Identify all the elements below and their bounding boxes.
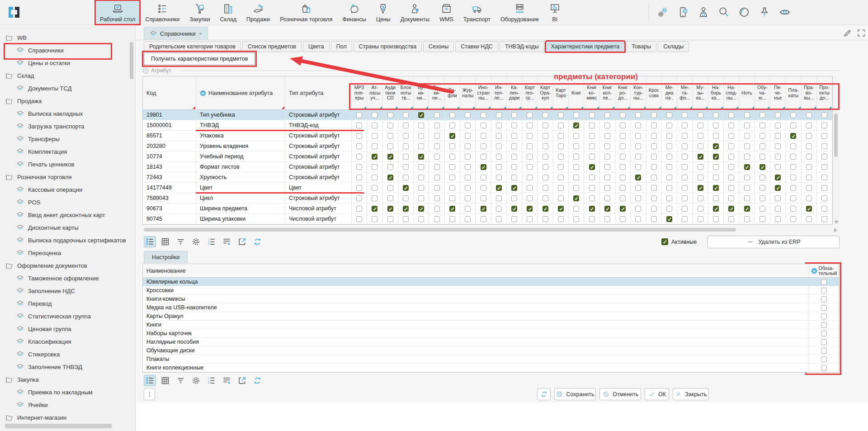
category-column-header[interactable]: Ино- стран ны... — [476, 76, 491, 110]
category-checkbox[interactable] — [387, 175, 393, 180]
category-column-header[interactable]: MP3 пле- еры — [352, 76, 367, 110]
category-checkbox[interactable] — [558, 143, 564, 149]
category-checkbox[interactable] — [558, 206, 564, 212]
category-checkbox[interactable] — [418, 112, 424, 118]
category-checkbox[interactable] — [790, 185, 796, 191]
category-checkbox[interactable] — [527, 216, 533, 222]
category-checkbox[interactable] — [496, 206, 502, 212]
subtab[interactable]: Ставки НДС — [455, 41, 498, 52]
category-checkbox[interactable] — [356, 143, 362, 149]
category-column-header[interactable]: Блок ноты тв... — [398, 76, 414, 110]
category-checkbox[interactable] — [403, 216, 409, 222]
app-warehouse[interactable]: Склад — [215, 0, 241, 25]
category-checkbox[interactable] — [356, 133, 362, 139]
category-checkbox[interactable] — [573, 206, 579, 212]
category-checkbox[interactable] — [760, 216, 765, 222]
sidebar-item[interactable]: Ценовая группа — [0, 322, 136, 335]
cancel-button[interactable]: Отменить — [599, 388, 641, 400]
category-checkbox[interactable] — [604, 123, 610, 128]
category-checkbox[interactable] — [434, 154, 440, 160]
cell-attribute-name[interactable]: Цикл — [196, 193, 285, 204]
category-checkbox[interactable] — [372, 154, 377, 160]
sidebar-item[interactable]: Дисконтные карты — [0, 221, 136, 234]
category-checkbox[interactable] — [403, 195, 409, 201]
category-checkbox[interactable] — [651, 112, 657, 118]
subtab[interactable]: Список предметов — [242, 41, 302, 52]
table-grid-button[interactable] — [159, 236, 171, 247]
category-checkbox[interactable] — [698, 175, 703, 180]
category-checkbox[interactable] — [713, 133, 719, 139]
required-checkbox[interactable] — [821, 365, 827, 371]
category-checkbox[interactable] — [356, 164, 362, 170]
category-checkbox[interactable] — [542, 143, 548, 149]
category-checkbox[interactable] — [713, 195, 719, 201]
subtab[interactable]: Сезоны — [423, 41, 454, 52]
pencil-icon[interactable] — [843, 28, 853, 38]
app-documents[interactable]: Документы — [396, 0, 434, 25]
category-checkbox[interactable] — [481, 112, 486, 118]
category-checkbox[interactable] — [465, 216, 471, 222]
required-checkbox[interactable] — [821, 279, 827, 285]
category-checkbox[interactable] — [760, 143, 765, 149]
category-checkbox[interactable] — [542, 112, 548, 118]
category-checkbox[interactable] — [713, 216, 719, 222]
category-checkbox[interactable] — [527, 143, 533, 149]
category-checkbox[interactable] — [713, 154, 719, 160]
close-button[interactable]: Закрыть — [673, 388, 709, 400]
category-checkbox[interactable] — [527, 133, 533, 139]
category-checkbox[interactable] — [573, 133, 579, 139]
sidebar-item[interactable]: Справочники — [0, 44, 136, 57]
category-column-header[interactable]: Книг кол- ле... — [600, 76, 615, 110]
category-checkbox[interactable] — [713, 164, 719, 170]
sidebar-item[interactable]: Комплектация — [0, 145, 136, 158]
cell-attribute-name[interactable]: Хрупкость — [196, 172, 285, 183]
category-checkbox[interactable] — [744, 195, 750, 201]
cell-subject-name[interactable]: Кроссовки — [143, 286, 809, 295]
category-checkbox[interactable] — [558, 175, 564, 180]
category-checkbox[interactable] — [527, 175, 533, 180]
category-column-header[interactable]: На- гляд- ны... — [724, 76, 739, 110]
category-checkbox[interactable] — [682, 154, 688, 160]
category-checkbox[interactable] — [356, 154, 362, 160]
cell-subject-name[interactable]: Обучающие диски — [143, 346, 809, 355]
category-checkbox[interactable] — [651, 143, 657, 149]
category-checkbox[interactable] — [481, 143, 486, 149]
column-header-subject-name[interactable]: Наименование — [143, 264, 809, 278]
cell-subject-name[interactable]: Плакаты — [143, 355, 809, 364]
category-checkbox[interactable] — [558, 123, 564, 128]
cell-attribute-name[interactable]: Упаковка — [196, 131, 285, 141]
sidebar-item[interactable]: Приемка по накладным — [0, 386, 136, 398]
category-checkbox[interactable] — [806, 175, 812, 180]
category-checkbox[interactable] — [821, 195, 827, 201]
category-checkbox[interactable] — [744, 154, 750, 160]
category-checkbox[interactable] — [573, 185, 579, 191]
category-checkbox[interactable] — [403, 112, 409, 118]
gear-button[interactable] — [190, 236, 202, 247]
sidebar-item[interactable]: Оформление документов — [0, 259, 136, 272]
category-checkbox[interactable] — [775, 143, 781, 149]
category-checkbox[interactable] — [465, 143, 471, 149]
category-checkbox[interactable] — [387, 195, 393, 201]
category-checkbox[interactable] — [542, 195, 548, 201]
category-checkbox[interactable] — [465, 112, 471, 118]
category-checkbox[interactable] — [651, 195, 657, 201]
category-checkbox[interactable] — [728, 206, 734, 212]
category-checkbox[interactable] — [372, 216, 377, 222]
category-checkbox[interactable] — [481, 206, 486, 212]
category-checkbox[interactable] — [760, 112, 765, 118]
category-checkbox[interactable] — [760, 154, 765, 160]
category-checkbox[interactable] — [542, 123, 548, 128]
category-column-header[interactable]: Про- екты до... — [817, 76, 832, 110]
category-checkbox[interactable] — [542, 133, 548, 139]
category-checkbox[interactable] — [434, 185, 440, 191]
category-checkbox[interactable] — [698, 216, 703, 222]
category-checkbox[interactable] — [542, 154, 548, 160]
category-checkbox[interactable] — [511, 143, 517, 149]
category-checkbox[interactable] — [620, 164, 626, 170]
app-retail[interactable]: Розничная торговля — [275, 0, 337, 25]
app-directories[interactable]: Справочники — [140, 0, 184, 25]
category-checkbox[interactable] — [698, 133, 703, 139]
category-checkbox[interactable] — [542, 206, 548, 212]
column-header-attribute-type[interactable]: Тип атрибута — [285, 76, 352, 110]
category-checkbox[interactable] — [790, 206, 796, 212]
